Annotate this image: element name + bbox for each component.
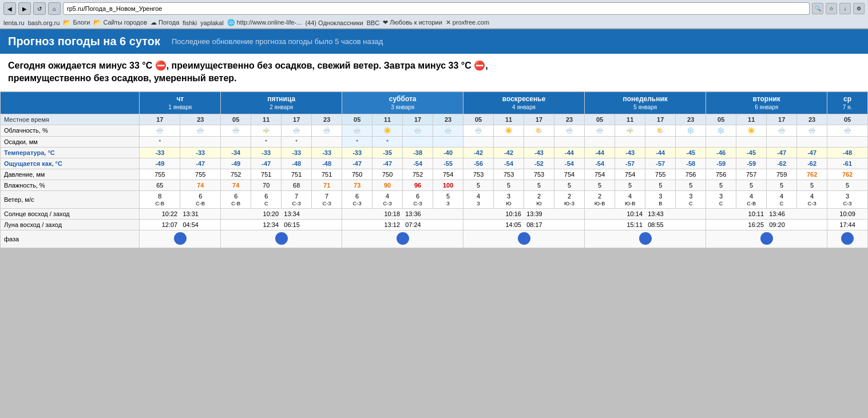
sun-label: Солнце восход / заход — [1, 208, 140, 219]
w-18: 3С — [706, 190, 736, 208]
temp-1: -33 — [180, 147, 221, 158]
bookmarks-bar: lenta.ru bash.org.ru 📂 Блоги 📂 Сайты гор… — [0, 17, 868, 29]
feels-7: -47 — [372, 158, 403, 169]
feels-13: -54 — [554, 158, 585, 169]
h-4: 68 — [282, 180, 312, 190]
day-tue: вторник6 января — [706, 91, 827, 114]
phase-0 — [140, 230, 221, 248]
cloud-14: 🌨️ — [585, 125, 615, 136]
w-19: 4С-В — [736, 190, 767, 208]
sun-2: 10:18 13:36 — [342, 208, 463, 219]
sun-5: 10:11 13:46 — [706, 208, 827, 219]
search-icon[interactable]: 🔍 — [812, 3, 823, 14]
sun-6: 10:09 — [827, 208, 868, 219]
bookmark-fishki[interactable]: fishki — [183, 19, 197, 26]
page-title: Прогноз погоды на 6 суток — [8, 35, 160, 48]
pr-22: 762 — [827, 169, 868, 180]
home-button[interactable]: ⌂ — [48, 2, 61, 15]
cloud-3: 🌩️ — [251, 125, 282, 136]
star-icon[interactable]: ☆ — [826, 3, 837, 14]
bookmark-yaplakal[interactable]: yaplakal — [200, 19, 223, 26]
t9: 23 — [433, 114, 463, 125]
t19: 11 — [736, 114, 767, 125]
temp-22: -48 — [827, 147, 868, 158]
day-fri: пятница2 января — [221, 91, 342, 114]
bookmark-blogs[interactable]: 📂 Блоги — [63, 19, 90, 26]
temp-3: -33 — [251, 147, 282, 158]
download-icon[interactable]: ↓ — [839, 3, 851, 14]
pr-0: 755 — [140, 169, 180, 180]
h-13: 5 — [554, 180, 585, 190]
pr-5: 751 — [312, 169, 342, 180]
t11: 11 — [494, 114, 524, 125]
bookmark-ok[interactable]: (44) Одноклассники — [305, 19, 363, 26]
w-13: 2Ю-З — [554, 190, 585, 208]
t18: 05 — [706, 114, 736, 125]
local-time-label: Местное время — [1, 114, 140, 125]
day-header-row: чт1 января пятница2 января суббота3 янва… — [1, 91, 868, 114]
feels-9: -55 — [433, 158, 463, 169]
bookmark-bbc[interactable]: BBC — [367, 19, 380, 26]
p5 — [312, 136, 342, 147]
bookmark-cities[interactable]: 📂 Сайты городов — [93, 19, 147, 26]
t17: 23 — [676, 114, 706, 125]
label-col-header — [1, 91, 140, 114]
feels-4: -48 — [282, 158, 312, 169]
pr-3: 751 — [251, 169, 282, 180]
p2 — [221, 136, 251, 147]
weather-table: чт1 января пятница2 января суббота3 янва… — [0, 91, 868, 248]
w-1: 6С-В — [180, 190, 221, 208]
forward-button[interactable]: ▶ — [18, 2, 31, 15]
feels-19: -59 — [736, 158, 767, 169]
nav-bar: ◀ ▶ ↺ ⌂ rp5.ru/Погода_в_Новом_Уренгое 🔍 … — [0, 0, 868, 17]
pr-14: 754 — [585, 169, 615, 180]
moon-1: 12:34 06:15 — [221, 219, 342, 230]
pr-21: 762 — [797, 169, 827, 180]
feels-22: -61 — [827, 158, 868, 169]
cloud-15: 🌩️ — [615, 125, 645, 136]
p21 — [797, 136, 827, 147]
cloud-5: 🌨️ — [312, 125, 342, 136]
t21: 23 — [797, 114, 827, 125]
w-9: 5З — [433, 190, 463, 208]
bookmark-bash[interactable]: bash.org.ru — [28, 19, 60, 26]
day-mon: понедельник5 января — [585, 91, 706, 114]
feels-16: -57 — [645, 158, 676, 169]
back-button[interactable]: ◀ — [3, 2, 16, 15]
bookmark-proxy[interactable]: ✕ proxfree.com — [446, 19, 489, 26]
bookmark-history[interactable]: ❤ Любовь к истории — [383, 19, 442, 26]
p9 — [433, 136, 463, 147]
settings-icon[interactable]: ⚙ — [853, 3, 865, 14]
feels-label: Ощущается как, °С — [1, 158, 140, 169]
pr-17: 756 — [676, 169, 706, 180]
t22: 05 — [827, 114, 868, 125]
feels-10: -56 — [463, 158, 494, 169]
p17 — [676, 136, 706, 147]
temp-15: -43 — [615, 147, 645, 158]
feels-5: -48 — [312, 158, 342, 169]
feels-8: -54 — [403, 158, 433, 169]
address-text: rp5.ru/Погода_в_Новом_Уренгое — [67, 5, 162, 12]
t14: 05 — [585, 114, 615, 125]
p8 — [403, 136, 433, 147]
p22 — [827, 136, 868, 147]
pr-7: 750 — [372, 169, 403, 180]
w-6: 6С-З — [342, 190, 372, 208]
reload-button[interactable]: ↺ — [33, 2, 46, 15]
h-21: 5 — [797, 180, 827, 190]
forecast-table: чт1 января пятница2 января суббота3 янва… — [0, 91, 868, 248]
bookmark-weather[interactable]: ☁ Погода — [150, 19, 179, 26]
temp-11: -42 — [494, 147, 524, 158]
address-bar[interactable]: rp5.ru/Погода_в_Новом_Уренгое — [63, 2, 810, 15]
t16: 17 — [645, 114, 676, 125]
moon-4: 15:11 08:55 — [585, 219, 706, 230]
bookmark-lenta[interactable]: lenta.ru — [3, 19, 25, 26]
temp-18: -46 — [706, 147, 736, 158]
t0: 17 — [140, 114, 180, 125]
temp-5: -33 — [312, 147, 342, 158]
page-content: Прогноз погоды на 6 суток Последнее обно… — [0, 29, 868, 248]
sun-row: Солнце восход / заход 10:22 13:31 10:20 … — [1, 208, 868, 219]
bookmark-online[interactable]: 🌐 http://www.online-life-... — [227, 19, 302, 26]
h-12: 5 — [524, 180, 554, 190]
day-wed: ср7 я. — [827, 91, 868, 114]
